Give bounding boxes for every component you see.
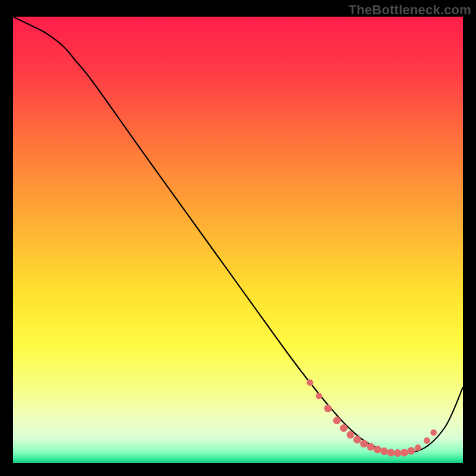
marker-dot <box>374 446 381 453</box>
marker-dot <box>316 393 322 399</box>
marker-dot <box>387 449 394 456</box>
marker-dot <box>361 440 368 447</box>
marker-dot <box>401 449 408 456</box>
marker-dot <box>307 380 313 386</box>
gradient-background <box>13 17 463 463</box>
chart-svg <box>13 17 463 463</box>
plot-area <box>13 17 463 463</box>
marker-dot <box>424 438 430 444</box>
marker-dot <box>333 417 340 424</box>
marker-dot <box>408 447 415 455</box>
marker-dot <box>340 425 347 432</box>
marker-dot <box>431 430 437 436</box>
marker-dot <box>415 445 421 451</box>
watermark-text: TheBottleneck.com <box>349 2 471 18</box>
marker-dot <box>353 436 361 443</box>
chart-frame: TheBottleneck.com <box>0 0 476 476</box>
marker-dot <box>381 448 388 455</box>
marker-dot <box>367 443 374 450</box>
marker-dot <box>394 450 401 457</box>
marker-dot <box>347 431 354 439</box>
marker-dot <box>324 405 331 412</box>
